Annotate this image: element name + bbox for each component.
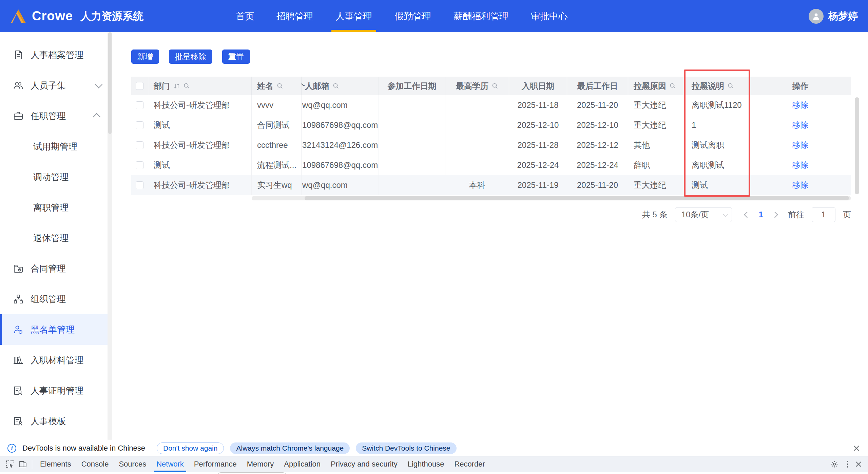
remove-link[interactable]: 移除 [792, 100, 809, 111]
tab-sources[interactable]: Sources [114, 456, 151, 472]
sidebar-item-personnel-archive[interactable]: 人事档案管理 [0, 40, 112, 70]
current-page[interactable]: 1 [757, 210, 765, 219]
devtools-close-icon[interactable] [854, 460, 863, 468]
settings-gear-icon[interactable] [828, 458, 841, 470]
match-language-button[interactable]: Always match Chrome's language [230, 442, 350, 454]
nav-item-attendance[interactable]: 假勤管理 [393, 0, 432, 32]
devtools-tabbar: Elements Console Sources Network Perform… [0, 456, 868, 472]
search-icon[interactable] [670, 83, 676, 89]
pagination: 共 5 条 10条/页 1 前往 页 [131, 207, 851, 222]
cell-note: 1 [686, 115, 750, 135]
cell-name: 实习生wq [252, 175, 302, 195]
row-checkbox[interactable] [136, 141, 143, 149]
remove-link[interactable]: 移除 [792, 120, 809, 131]
tab-performance[interactable]: Performance [189, 456, 242, 472]
people-icon [13, 80, 24, 91]
horizontal-scrollbar[interactable] [252, 196, 851, 200]
crowe-triangle-icon [10, 9, 26, 24]
chevron-up-icon [93, 113, 101, 121]
horizontal-scrollbar-thumb[interactable] [305, 196, 849, 200]
tab-privacy-security[interactable]: Privacy and security [326, 456, 403, 472]
tab-lighthouse[interactable]: Lighthouse [403, 456, 449, 472]
cell-education [445, 115, 509, 135]
reset-button[interactable]: 重置 [222, 50, 250, 64]
search-icon[interactable] [492, 83, 498, 89]
cell-dept: 科技公司-研发管理部 [148, 135, 252, 155]
select-all-checkbox[interactable] [136, 82, 143, 90]
remove-link[interactable]: 移除 [792, 160, 809, 171]
cell-hire-date: 2025-11-18 [509, 95, 567, 115]
cell-last-work-date: 2025-11-20 [567, 95, 628, 115]
dont-show-again-button[interactable]: Don't show again [157, 442, 224, 454]
action-toolbar: 新增 批量移除 重置 [131, 50, 851, 64]
search-icon[interactable] [728, 83, 734, 89]
more-options-icon[interactable] [846, 459, 850, 469]
goto-page-input[interactable] [812, 207, 835, 222]
cell-dept: 测试 [148, 155, 252, 175]
page-size-select[interactable]: 10条/页 [675, 207, 732, 222]
remove-link[interactable]: 移除 [792, 140, 809, 151]
cell-dept: 科技公司-研发管理部 [148, 175, 252, 195]
remove-link[interactable]: 移除 [792, 180, 809, 191]
table-row: 测试 流程测试... 109867698@qq.com 2025-12-24 2… [131, 155, 851, 175]
books-icon [13, 355, 24, 366]
switch-language-button[interactable]: Switch DevTools to Chinese [356, 442, 456, 454]
cell-note: 测试离职 [686, 135, 750, 155]
nav-item-approval[interactable]: 审批中心 [529, 0, 569, 32]
cell-reason: 其他 [628, 135, 686, 155]
search-icon[interactable] [184, 83, 190, 89]
infobar-message: DevTools is now available in Chinese [22, 444, 145, 453]
table-header-row: 部门 姓名 个人邮箱 参加工作日期 最高学历 入职日期 [131, 77, 851, 95]
vertical-scrollbar-thumb[interactable] [855, 97, 859, 194]
tab-memory[interactable]: Memory [242, 456, 279, 472]
sidebar-item-organization[interactable]: 组织管理 [0, 284, 112, 314]
goto-label: 前往 [788, 209, 804, 220]
nav-item-payroll[interactable]: 薪酬福利管理 [452, 0, 510, 32]
nav-item-home[interactable]: 首页 [234, 0, 255, 32]
certificate-icon [13, 385, 24, 396]
tab-application[interactable]: Application [279, 456, 326, 472]
cell-email: 109867698@qq.com [302, 115, 379, 135]
sidebar-item-blacklist[interactable]: 黑名单管理 [0, 314, 112, 345]
row-checkbox[interactable] [136, 121, 143, 129]
row-checkbox[interactable] [136, 181, 143, 189]
sidebar-item-contract[interactable]: 合同管理 [0, 253, 112, 284]
nav-item-hr[interactable]: 人事管理 [334, 0, 373, 32]
table-row: 测试 合同测试 109867698@qq.com 2025-12-10 2025… [131, 115, 851, 135]
header-reason: 拉黑原因 [628, 77, 686, 95]
row-checkbox[interactable] [136, 161, 143, 169]
sort-icon[interactable] [173, 83, 180, 90]
tab-recorder[interactable]: Recorder [449, 456, 490, 472]
sidebar-item-employment[interactable]: 任职管理 [0, 101, 112, 131]
sidebar-item-personnel-subset[interactable]: 人员子集 [0, 70, 112, 101]
batch-remove-button[interactable]: 批量移除 [169, 50, 212, 64]
sidebar-item-retirement[interactable]: 退休管理 [0, 223, 112, 253]
row-checkbox[interactable] [136, 101, 143, 109]
template-icon [13, 416, 24, 427]
user-menu[interactable]: 杨梦婷 [809, 9, 858, 24]
sidebar-item-probation[interactable]: 试用期管理 [0, 131, 112, 162]
cell-education [445, 95, 509, 115]
tab-elements[interactable]: Elements [35, 456, 76, 472]
sidebar-item-resignation[interactable]: 离职管理 [0, 192, 112, 223]
top-navbar: Crowe 人力资源系统 首页 招聘管理 人事管理 假勤管理 薪酬福利管理 审批… [0, 0, 868, 32]
sidebar-item-transfer[interactable]: 调动管理 [0, 162, 112, 192]
sidebar-item-onboarding-materials[interactable]: 入职材料管理 [0, 345, 112, 375]
cell-join-date [379, 155, 445, 175]
tab-network[interactable]: Network [151, 456, 189, 472]
add-button[interactable]: 新增 [131, 50, 159, 64]
sidebar-scrollbar[interactable] [108, 32, 112, 440]
sidebar-scrollbar-thumb[interactable] [108, 32, 112, 134]
search-icon[interactable] [277, 83, 283, 89]
infobar-close-icon[interactable] [852, 444, 861, 452]
header-hire-date: 入职日期 [509, 77, 567, 95]
inspect-element-icon[interactable] [3, 458, 16, 470]
search-icon[interactable] [333, 83, 339, 89]
next-page-button[interactable] [772, 212, 778, 218]
device-toolbar-icon[interactable] [16, 458, 29, 470]
sidebar-item-certificates[interactable]: 人事证明管理 [0, 375, 112, 406]
prev-page-button[interactable] [744, 212, 750, 218]
nav-item-recruit[interactable]: 招聘管理 [275, 0, 314, 32]
sidebar-item-templates[interactable]: 人事模板 [0, 406, 112, 436]
tab-console[interactable]: Console [76, 456, 114, 472]
